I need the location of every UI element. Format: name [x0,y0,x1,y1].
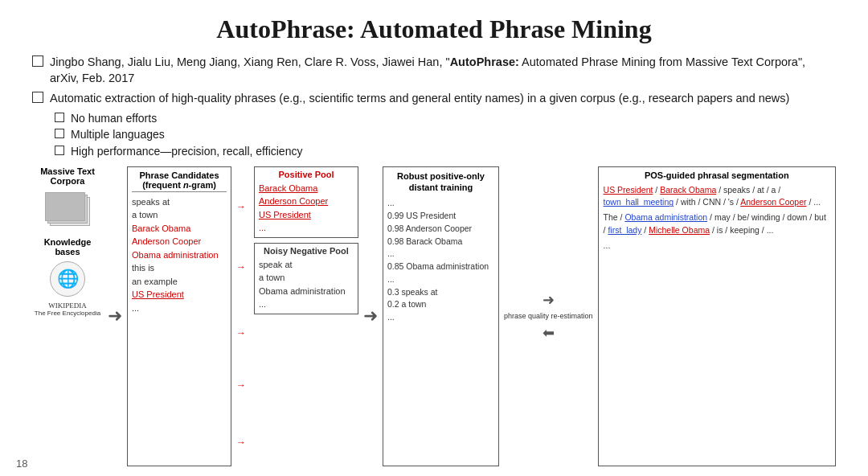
slide-title: AutoPhrase: Automated Phrase Mining [32,14,836,44]
cand-example: an example [132,275,227,289]
candidates-title: Phrase Candidates(frequent n-gram) [132,170,227,192]
tr-dots3: ... [387,273,494,286]
cand-this: this is [132,261,227,275]
pp-obama: Barack Obama [259,182,354,195]
pos-item-1: US President / Barack Obama / speaks / a… [604,184,830,210]
wikipedia-text: WIKIPEDIA The Free Encyclopedia [35,302,100,317]
pp-dots: ... [259,221,354,235]
diagram: Massive Text Corpora Knowledge bases 🌐 W… [32,166,836,466]
pool-arrow-5: → [236,437,246,448]
negative-pool-title: Noisy Negative Pool [259,246,354,256]
sub-bullet-3-text: High performance—precision, recall, effi… [71,144,302,160]
negative-pool-box: Noisy Negative Pool speak at a town Obam… [254,243,358,314]
wikipedia-subtitle: The Free Encyclopedia [35,310,100,317]
tr-speaks: 0.3 speaks at [387,286,494,299]
tr-cooper: 0.98 Anderson Cooper [387,223,494,236]
bullet-2: Automatic extraction of high-quality phr… [32,90,836,106]
sub-checkbox-1 [55,113,64,122]
sub-checkbox-2 [55,129,64,138]
candidates-box: Phrase Candidates(frequent n-gram) speak… [127,166,231,466]
sub-checkbox-3 [55,146,64,155]
np-town: a town [259,271,354,285]
pool-arrow-1: → [236,201,246,212]
tr-dots2: ... [387,248,494,261]
right-arrow-1: ➜ [108,306,122,326]
slide: AutoPhrase: Automated Phrase Mining Jing… [0,0,868,476]
pos-title: POS-guided phrasal segmentation [604,170,830,180]
pp-pres: US President [259,208,354,222]
wikipedia-title: WIKIPEDIA [35,302,100,310]
pos-box: POS-guided phrasal segmentation US Presi… [598,166,836,466]
right-arrow-2: ➜ [363,306,378,326]
content-area: Jingbo Shang, Jialu Liu, Meng Jiang, Xia… [32,54,836,160]
checkbox-1 [32,55,43,67]
arrow-2: ➜ [363,166,378,466]
bullet-1: Jingbo Shang, Jialu Liu, Meng Jiang, Xia… [32,54,836,87]
pool-arrow-4: → [236,380,246,391]
phrase-quality-label: phrase quality re-estimation [504,312,593,321]
paper-sheet-3 [45,192,85,221]
pos-item-3: ... [604,240,830,252]
pool-arrow-2: → [236,261,246,273]
positive-pool-title: Positive Pool [259,170,354,179]
pos-item-2: The / Obama administration / may / be/ w… [604,211,830,237]
cand-obama: Barack Obama [132,222,227,236]
arrow-1: ➜ [108,166,122,466]
sub-bullet-3: High performance—precision, recall, effi… [55,144,836,160]
tr-obadmin: 0.85 Obama administration [387,261,494,273]
tr-obama: 0.98 Barack Obama [387,236,494,248]
pool-arrow-3: → [236,327,246,339]
kb-label: Knowledge bases [32,237,103,256]
checkbox-2 [32,92,43,103]
right-arrow-3: ➜ [542,291,555,309]
training-box: Robust positive-only distant training ..… [383,166,499,466]
bullet-1-text: Jingbo Shang, Jialu Liu, Meng Jiang, Xia… [50,54,836,87]
page-number: 18 [16,458,27,470]
mtc-section: Massive Text Corpora Knowledge bases 🌐 W… [32,166,103,466]
cand-speaks: speaks at [132,195,227,209]
wikipedia-icon: 🌐 [50,261,85,297]
tr-dots4: ... [387,311,494,324]
pp-cooper: Anderson Cooper [259,195,354,208]
positive-pool-box: Positive Pool Barack Obama Anderson Coop… [254,166,358,238]
np-speak: speak at [259,258,354,272]
cand-dots: ... [132,302,227,315]
tr-town: 0.2 a town [387,298,494,311]
sub-bullet-1-text: No human efforts [71,111,157,127]
paper-stack [43,192,92,224]
bullet-2-text: Automatic extraction of high-quality phr… [50,90,836,106]
double-arrow-section: ➜ phrase quality re-estimation ⬅ [504,291,593,342]
mtc-label: Massive Text Corpora [32,166,103,186]
tr-dots1: ... [387,197,494,210]
pools-col: Positive Pool Barack Obama Anderson Coop… [254,166,358,466]
np-obadmin: Obama administration [259,285,354,298]
training-title: Robust positive-only distant training [387,170,494,194]
cand-pres: US President [132,288,227,302]
sub-bullet-2-text: Multiple languages [71,127,165,143]
cand-obadmin: Obama administration [132,248,227,262]
np-dots: ... [259,298,354,311]
left-arrow-1: ⬅ [542,324,555,342]
sub-bullets: No human efforts Multiple languages High… [55,111,836,160]
sub-bullet-1: No human efforts [55,111,836,127]
cand-cooper: Anderson Cooper [132,235,227,248]
cand-town: a town [132,208,227,222]
tr-pres: 0.99 US President [387,210,494,223]
sub-bullet-2: Multiple languages [55,127,836,143]
